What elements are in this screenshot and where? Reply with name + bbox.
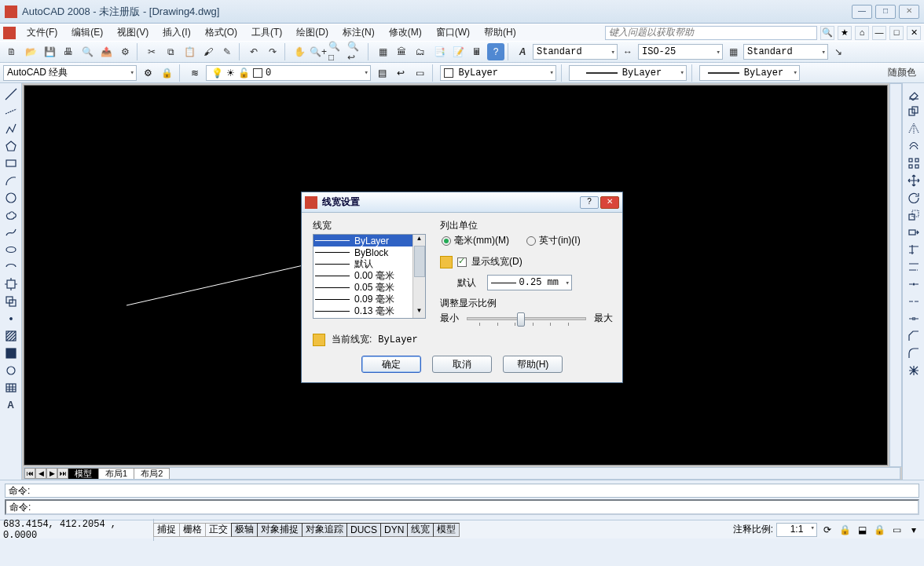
pan-icon[interactable]: ✋ (291, 43, 308, 60)
tablestyle-icon[interactable]: ▦ (724, 43, 742, 60)
gradient-tool-icon[interactable] (2, 345, 20, 361)
text-style-select[interactable]: Standard (533, 44, 618, 60)
scale-tool-icon[interactable] (905, 207, 922, 223)
move-tool-icon[interactable] (905, 173, 922, 188)
save-icon[interactable]: 💾 (41, 43, 58, 60)
explode-tool-icon[interactable] (905, 363, 922, 378)
ws-switch-icon[interactable]: ⬓ (855, 523, 869, 537)
stretch-tool-icon[interactable] (905, 225, 922, 240)
layer-props-icon[interactable]: ≋ (187, 65, 203, 81)
menu-tools[interactable]: 工具(T) (245, 25, 288, 40)
help-icon[interactable]: ? (487, 43, 504, 60)
layer-prev-icon[interactable]: ↩ (393, 65, 409, 81)
chamfer-tool-icon[interactable] (905, 328, 922, 344)
copy-tool-icon[interactable] (905, 104, 922, 119)
command-input[interactable]: 命令: (5, 499, 919, 515)
lw-list-item[interactable]: 0.05 毫米 (314, 282, 425, 294)
menu-view[interactable]: 视图(V) (111, 25, 155, 40)
publish-icon[interactable]: 📤 (97, 43, 115, 60)
break-tool-icon[interactable] (905, 294, 922, 309)
ellipse-tool-icon[interactable] (2, 242, 20, 257)
dcenter-icon[interactable]: 🏛 (393, 43, 410, 60)
tool-pal-icon[interactable]: 🗂 (412, 43, 429, 60)
properties-icon[interactable]: ▦ (374, 43, 391, 60)
status-toggle-极轴[interactable]: 极轴 (231, 523, 258, 537)
lw-list-item[interactable]: 0.09 毫米 (314, 294, 425, 305)
calc-icon[interactable]: 🖩 (468, 43, 486, 60)
close-button[interactable]: ✕ (899, 5, 919, 19)
multileader-icon[interactable]: ↘ (830, 43, 847, 60)
dim-style-select[interactable]: ISO-25 (638, 44, 723, 60)
dialog-help-btn[interactable]: 帮助(H) (503, 356, 563, 373)
lineweight-listbox[interactable]: ByLayerByBlock默认0.00 毫米0.05 毫米0.09 毫米0.1… (313, 234, 426, 319)
default-lw-select[interactable]: 0.25 mm (487, 275, 572, 290)
extend-tool-icon[interactable] (905, 259, 922, 275)
brush-icon[interactable]: ✎ (218, 43, 236, 60)
lineweight-select[interactable]: ByLayer (699, 65, 800, 81)
matchprop-icon[interactable]: 🖌 (200, 43, 217, 60)
status-toggle-模型[interactable]: 模型 (433, 523, 460, 537)
menu-help[interactable]: 帮助(H) (478, 25, 522, 40)
dialog-title-bar[interactable]: 线宽设置 ? ✕ (302, 192, 622, 213)
status-toggle-栅格[interactable]: 栅格 (179, 523, 206, 537)
array-tool-icon[interactable] (905, 155, 922, 171)
redo-icon[interactable]: ↷ (264, 43, 281, 60)
dialog-help-button[interactable]: ? (580, 196, 599, 209)
polyline-tool-icon[interactable] (2, 121, 20, 137)
workspace-settings-icon[interactable]: ⚙ (140, 65, 156, 81)
insert-block-tool-icon[interactable] (2, 276, 20, 292)
dimstyle-icon[interactable]: ↔ (619, 43, 636, 60)
copy-icon[interactable]: ⧉ (162, 43, 179, 60)
new-icon[interactable]: 🗎 (3, 43, 20, 60)
ellipse-arc-tool-icon[interactable] (2, 259, 20, 275)
point-tool-icon[interactable] (2, 311, 20, 327)
hatch-tool-icon[interactable] (2, 328, 20, 344)
menu-insert[interactable]: 插入(I) (156, 25, 196, 40)
status-toggle-对象追踪[interactable]: 对象追踪 (302, 523, 347, 537)
sheet-icon[interactable]: 📑 (431, 43, 448, 60)
lw-list-item[interactable]: 0.13 毫米 (314, 305, 425, 317)
favorite-icon[interactable]: ★ (838, 26, 852, 40)
circle-tool-icon[interactable] (2, 190, 20, 206)
vertical-scrollbar[interactable] (889, 83, 902, 467)
listbox-scrollbar[interactable]: ▲▼ (412, 235, 425, 318)
annoscale-lock-icon[interactable]: 🔒 (838, 523, 852, 537)
menu-modify[interactable]: 修改(M) (383, 25, 428, 40)
lw-list-item[interactable]: ByLayer (314, 235, 425, 246)
lw-list-item[interactable]: 0.00 毫米 (314, 270, 425, 282)
mtext-tool-icon[interactable]: A (2, 397, 20, 413)
paste-icon[interactable]: 📋 (181, 43, 198, 60)
rectangle-tool-icon[interactable] (2, 155, 20, 171)
menu-draw[interactable]: 绘图(D) (290, 25, 335, 40)
textstyle-A-icon[interactable]: A (514, 43, 531, 60)
display-scale-slider[interactable] (467, 317, 586, 320)
linetype-select[interactable]: ByLayer (569, 65, 687, 81)
unit-mm-radio[interactable]: 毫米(mm)(M) (442, 234, 509, 247)
status-toggle-DUCS[interactable]: DUCS (346, 523, 381, 537)
undo-icon[interactable]: ↶ (245, 43, 262, 60)
lw-list-item[interactable]: 默认 (314, 258, 425, 270)
trim-tool-icon[interactable] (905, 242, 922, 257)
layer-iso-icon[interactable]: ▭ (412, 65, 427, 81)
mirror-tool-icon[interactable] (905, 121, 922, 137)
workspace-select[interactable]: AutoCAD 经典 (3, 65, 137, 81)
xline-tool-icon[interactable] (2, 104, 20, 119)
region-tool-icon[interactable] (2, 363, 20, 378)
table-tool-icon[interactable] (2, 380, 20, 396)
layer-states-icon[interactable]: ▤ (374, 65, 390, 81)
status-menu-icon[interactable]: ▾ (907, 523, 921, 537)
minimize-button[interactable]: — (852, 5, 872, 19)
spline-tool-icon[interactable] (2, 225, 20, 240)
polygon-tool-icon[interactable] (2, 138, 20, 154)
status-toggle-线宽[interactable]: 线宽 (407, 523, 434, 537)
revcloud-tool-icon[interactable] (2, 207, 20, 223)
color-select[interactable]: ByLayer (440, 65, 556, 81)
3dprint-icon[interactable]: ⚙ (116, 43, 134, 60)
print-icon[interactable]: 🖶 (60, 43, 77, 60)
ok-button[interactable]: 确定 (361, 356, 421, 373)
break-at-tool-icon[interactable] (905, 276, 922, 292)
search-icon[interactable]: 🔍 (820, 26, 834, 40)
status-toggle-捕捉[interactable]: 捕捉 (153, 523, 180, 537)
menu-edit[interactable]: 编辑(E) (65, 25, 109, 40)
status-toggle-正交[interactable]: 正交 (205, 523, 232, 537)
